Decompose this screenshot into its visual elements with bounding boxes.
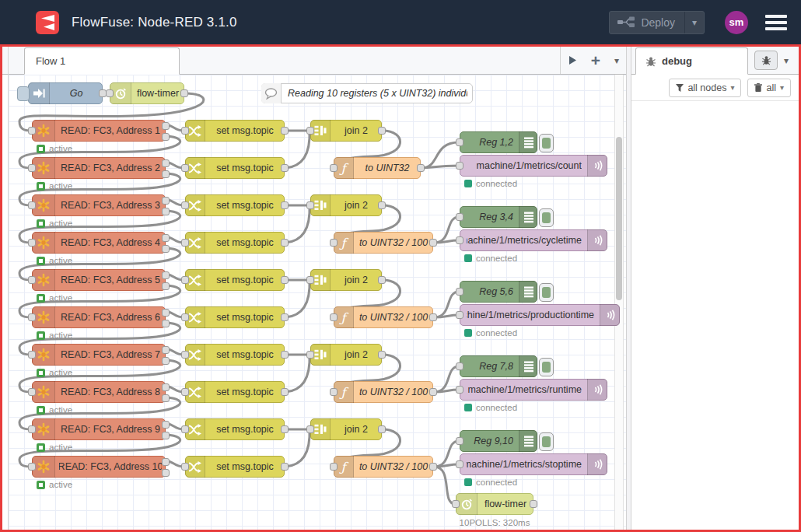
inject-button[interactable]	[17, 86, 30, 101]
wire[interactable]	[285, 205, 310, 243]
node-set-topic-4[interactable]: set msg.topic	[185, 232, 285, 254]
input-port[interactable]	[456, 213, 463, 221]
input-port[interactable]	[330, 463, 338, 471]
flow-list-caret-button[interactable]: ▾	[607, 47, 626, 74]
input-port[interactable]	[456, 437, 463, 445]
output-port[interactable]	[429, 463, 437, 471]
wire[interactable]	[285, 280, 310, 317]
wire[interactable]	[421, 142, 459, 168]
node-set-topic-9[interactable]: set msg.topic	[185, 418, 285, 440]
node-read-10[interactable]: READ: FC3, Address 10	[32, 456, 166, 478]
output-port[interactable]	[530, 500, 537, 508]
input-port[interactable]	[28, 164, 36, 172]
node-set-topic-10[interactable]: set msg.topic	[185, 456, 285, 478]
output-port[interactable]	[378, 351, 386, 359]
output-port[interactable]	[378, 127, 386, 135]
input-port[interactable]	[181, 239, 189, 247]
output-port[interactable]	[162, 122, 170, 130]
wire[interactable]	[285, 355, 310, 392]
debug-enable-toggle[interactable]	[539, 134, 554, 152]
wire[interactable]	[285, 429, 310, 467]
input-port[interactable]	[306, 425, 314, 433]
node-mqtt-2[interactable]: machine/1/metrics/cycletime	[460, 229, 607, 251]
node-read-1[interactable]: READ: FC3, Address 1	[32, 120, 166, 142]
flow-canvas[interactable]: Goflow-timerReading 10 registers (5 x UI…	[9, 75, 626, 530]
output-port[interactable]	[281, 388, 289, 396]
tab-debug[interactable]: debug	[635, 47, 748, 75]
output-port[interactable]	[162, 469, 170, 477]
debug-enable-toggle[interactable]	[539, 358, 554, 376]
add-flow-button[interactable]: +	[584, 47, 607, 74]
node-function-5[interactable]: ƒto UINT32 / 100	[334, 456, 433, 478]
input-port[interactable]	[330, 313, 338, 321]
node-mqtt-3[interactable]: machine/1/metrics/productiontime	[460, 304, 620, 326]
input-port[interactable]	[28, 425, 36, 433]
node-read-3[interactable]: READ: FC3, Address 3	[32, 194, 166, 216]
output-port[interactable]	[378, 201, 386, 209]
output-port[interactable]	[281, 239, 289, 247]
output-port[interactable]	[162, 234, 170, 242]
output-port[interactable]	[162, 421, 170, 429]
input-port[interactable]	[306, 276, 314, 284]
output-port[interactable]	[162, 197, 170, 205]
input-port[interactable]	[306, 201, 314, 209]
node-debug-4[interactable]: Reg 7,8	[460, 355, 537, 377]
output-port[interactable]	[162, 208, 170, 215]
output-port[interactable]	[162, 159, 170, 167]
tab-flow-1[interactable]: Flow 1	[24, 47, 180, 75]
node-function-3[interactable]: ƒto UINT32 / 100	[334, 306, 433, 328]
user-avatar[interactable]: sm	[725, 11, 748, 34]
node-read-6[interactable]: READ: FC3, Address 6	[32, 306, 166, 328]
node-read-8[interactable]: READ: FC3, Address 8	[32, 381, 166, 403]
input-port[interactable]	[181, 201, 189, 209]
node-read-5[interactable]: READ: FC3, Address 5	[32, 269, 166, 291]
node-debug-3[interactable]: Reg 5,6	[460, 281, 537, 303]
node-inject-go[interactable]: Go	[28, 82, 103, 104]
output-port[interactable]	[429, 388, 437, 396]
node-set-topic-7[interactable]: set msg.topic	[185, 344, 285, 366]
output-port[interactable]	[162, 133, 170, 141]
output-port[interactable]	[162, 245, 170, 253]
input-port[interactable]	[181, 463, 189, 471]
input-port[interactable]	[456, 236, 463, 244]
input-port[interactable]	[306, 127, 314, 135]
input-port[interactable]	[306, 351, 314, 359]
node-debug-1[interactable]: Reg 1,2	[460, 131, 537, 153]
output-port[interactable]	[162, 271, 170, 279]
deploy-caret-icon[interactable]: ▾	[685, 17, 704, 28]
debug-enable-toggle[interactable]	[539, 208, 554, 227]
output-port[interactable]	[162, 357, 170, 365]
deploy-button[interactable]: Deploy ▾	[609, 11, 705, 34]
output-port[interactable]	[281, 463, 289, 471]
node-function-4[interactable]: ƒto UINT32 / 100	[334, 381, 433, 403]
input-port[interactable]	[28, 313, 36, 321]
run-flows-button[interactable]	[561, 47, 584, 74]
input-port[interactable]	[28, 351, 36, 359]
output-port[interactable]	[162, 383, 170, 391]
sidebar-caret-button[interactable]: ▾	[778, 55, 795, 66]
input-port[interactable]	[28, 201, 36, 209]
input-port[interactable]	[181, 164, 189, 172]
node-debug-5[interactable]: Reg 9,10	[460, 430, 537, 452]
input-port[interactable]	[330, 239, 338, 247]
output-port[interactable]	[281, 201, 289, 209]
node-flow-timer-top[interactable]: flow-timer	[110, 82, 184, 104]
output-port[interactable]	[281, 127, 289, 135]
input-port[interactable]	[28, 127, 36, 135]
node-read-9[interactable]: READ: FC3, Address 9	[32, 418, 166, 440]
output-port[interactable]	[378, 425, 386, 433]
node-set-topic-8[interactable]: set msg.topic	[185, 381, 285, 403]
node-join-3[interactable]: join 2	[310, 269, 382, 291]
node-read-2[interactable]: READ: FC3, Address 2	[32, 157, 166, 179]
canvas-scrollbar-thumb[interactable]	[616, 137, 622, 300]
output-port[interactable]	[162, 309, 170, 317]
node-comment[interactable]: Reading 10 registers (5 x UINT32) indivi…	[261, 83, 473, 103]
wire[interactable]	[434, 467, 455, 504]
debug-enable-toggle[interactable]	[539, 432, 554, 451]
node-join-4[interactable]: join 2	[310, 344, 382, 366]
node-set-topic-3[interactable]: set msg.topic	[185, 194, 285, 216]
output-port[interactable]	[429, 313, 437, 321]
input-port[interactable]	[181, 425, 189, 433]
input-port[interactable]	[456, 288, 463, 296]
input-port[interactable]	[28, 388, 36, 396]
